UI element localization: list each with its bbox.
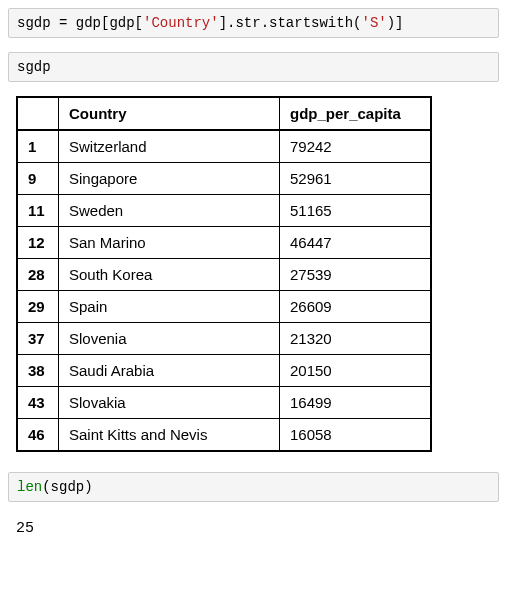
cell-country: Singapore (59, 163, 280, 195)
row-index: 37 (17, 323, 59, 355)
dataframe-output: Country gdp_per_capita 1Switzerland79242… (16, 96, 499, 452)
table-row: 29Spain26609 (17, 291, 431, 323)
table-row: 12San Marino46447 (17, 227, 431, 259)
row-index: 28 (17, 259, 59, 291)
column-header-country: Country (59, 97, 280, 130)
table-row: 37Slovenia21320 (17, 323, 431, 355)
code-string: 'Country' (143, 15, 219, 31)
code-token: ].str.startswith( (219, 15, 362, 31)
table-row: 46Saint Kitts and Nevis16058 (17, 419, 431, 452)
cell-country: South Korea (59, 259, 280, 291)
code-token: (sgdp) (42, 479, 92, 495)
code-cell-3[interactable]: len(sgdp) (8, 472, 499, 502)
index-header (17, 97, 59, 130)
row-index: 11 (17, 195, 59, 227)
cell-gdp: 21320 (280, 323, 432, 355)
dataframe-table: Country gdp_per_capita 1Switzerland79242… (16, 96, 432, 452)
row-index: 38 (17, 355, 59, 387)
table-row: 9Singapore52961 (17, 163, 431, 195)
table-row: 38Saudi Arabia20150 (17, 355, 431, 387)
row-index: 29 (17, 291, 59, 323)
cell-gdp: 26609 (280, 291, 432, 323)
cell-country: San Marino (59, 227, 280, 259)
code-string: 'S' (361, 15, 386, 31)
cell-gdp: 52961 (280, 163, 432, 195)
cell-gdp: 20150 (280, 355, 432, 387)
cell-gdp: 46447 (280, 227, 432, 259)
cell-gdp: 79242 (280, 130, 432, 163)
cell-country: Slovenia (59, 323, 280, 355)
cell-country: Slovakia (59, 387, 280, 419)
cell-gdp: 16499 (280, 387, 432, 419)
cell-gdp: 51165 (280, 195, 432, 227)
table-header-row: Country gdp_per_capita (17, 97, 431, 130)
cell-country: Sweden (59, 195, 280, 227)
code-cell-2[interactable]: sgdp (8, 52, 499, 82)
column-header-gdp: gdp_per_capita (280, 97, 432, 130)
table-row: 1Switzerland79242 (17, 130, 431, 163)
row-index: 46 (17, 419, 59, 452)
row-index: 9 (17, 163, 59, 195)
code-token: sgdp (17, 59, 51, 75)
row-index: 43 (17, 387, 59, 419)
row-index: 12 (17, 227, 59, 259)
code-builtin: len (17, 479, 42, 495)
cell-gdp: 16058 (280, 419, 432, 452)
table-row: 28South Korea27539 (17, 259, 431, 291)
cell-country: Spain (59, 291, 280, 323)
code-token: sgdp = gdp[gdp[ (17, 15, 143, 31)
output-value: 25 (8, 516, 499, 537)
table-row: 43Slovakia16499 (17, 387, 431, 419)
code-cell-1[interactable]: sgdp = gdp[gdp['Country'].str.startswith… (8, 8, 499, 38)
cell-country: Switzerland (59, 130, 280, 163)
code-token: )] (387, 15, 404, 31)
row-index: 1 (17, 130, 59, 163)
cell-country: Saint Kitts and Nevis (59, 419, 280, 452)
cell-country: Saudi Arabia (59, 355, 280, 387)
cell-gdp: 27539 (280, 259, 432, 291)
table-row: 11Sweden51165 (17, 195, 431, 227)
